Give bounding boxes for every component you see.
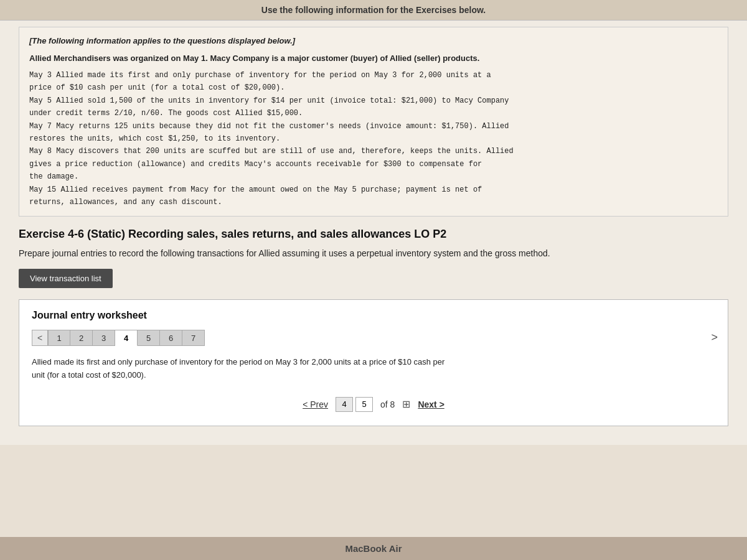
worksheet-tab-6[interactable]: 6 (160, 330, 182, 346)
transaction-line: restores the units, which cost $1,250, t… (29, 133, 718, 145)
company-intro: Allied Merchandisers was organized on Ma… (29, 52, 718, 65)
info-box: [The following information applies to th… (19, 27, 728, 217)
view-transaction-list-button[interactable]: View transaction list (19, 269, 113, 288)
macbook-label: MacBook Air (345, 543, 402, 554)
transaction-line: returns, allowances, and any cash discou… (29, 196, 718, 208)
transaction-line: gives a price reduction (allowance) and … (29, 158, 718, 170)
exercise-title: Exercise 4-6 (Static) Recording sales, s… (19, 228, 728, 241)
worksheet-card: Journal entry worksheet < 1 2 3 4 5 6 7 … (19, 299, 728, 426)
worksheet-nav-tabs: < 1 2 3 4 5 6 7 (32, 330, 715, 346)
worksheet-tab-1[interactable]: 1 (48, 330, 70, 346)
transaction-line: under credit terms 2/10, n/60. The goods… (29, 107, 718, 119)
page-inputs (336, 397, 373, 412)
worksheet-tab-7[interactable]: 7 (182, 330, 205, 346)
transaction-line: May 3 Allied made its first and only pur… (29, 69, 718, 82)
next-button[interactable]: Next > (418, 399, 444, 409)
worksheet-title: Journal entry worksheet (32, 310, 715, 321)
worksheet-tab-4[interactable]: 4 (115, 330, 138, 346)
top-bar: Use the following information for the Ex… (0, 0, 747, 21)
worksheet-tab-5[interactable]: 5 (138, 330, 160, 346)
macbook-footer: MacBook Air (0, 537, 747, 560)
transaction-line: price of $10 cash per unit (for a total … (29, 82, 718, 94)
transaction-line: May 8 Macy discovers that 200 units are … (29, 145, 718, 157)
pagination-bar: < Prev of 8 ⊞ Next > (32, 393, 715, 416)
top-bar-text: Use the following information for the Ex… (261, 5, 486, 15)
transaction-line: May 5 Allied sold 1,500 of the units in … (29, 95, 718, 107)
page-current-input[interactable] (336, 397, 353, 412)
transaction-line: May 7 Macy returns 125 units because the… (29, 120, 718, 133)
grid-icon[interactable]: ⊞ (402, 398, 410, 410)
nav-arrow-right[interactable]: > (711, 331, 718, 344)
worksheet-entry-text: Allied made its first and only purchase … (32, 356, 455, 382)
page-next-input[interactable] (355, 397, 373, 412)
transactions-list: May 3 Allied made its first and only pur… (29, 69, 718, 208)
exercise-description: Prepare journal entries to record the fo… (19, 247, 728, 260)
prev-button[interactable]: < Prev (303, 399, 328, 409)
worksheet-tab-2[interactable]: 2 (70, 330, 93, 346)
page-of-label: of 8 (380, 399, 395, 409)
worksheet-tab-3[interactable]: 3 (93, 330, 115, 346)
transaction-line: the damage. (29, 170, 718, 183)
transaction-line: May 15 Allied receives payment from Macy… (29, 184, 718, 196)
nav-arrow-left[interactable]: < (32, 330, 48, 346)
info-italic-line: [The following information applies to th… (29, 35, 718, 47)
